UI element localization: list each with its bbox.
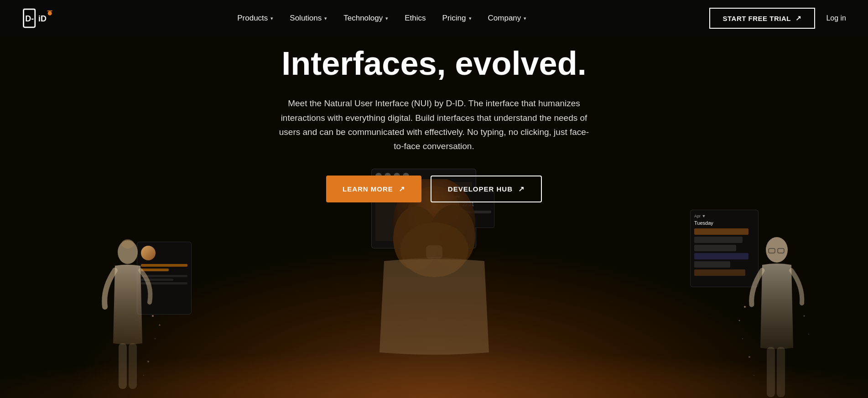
chevron-down-icon: ▾	[385, 16, 388, 21]
chevron-down-icon: ▾	[524, 16, 526, 21]
hero-section: Now Right 18:30 22:31 Apr ▼ Tuesday	[0, 0, 868, 398]
main-nav: D- iD Products ▾ Solutions ▾ Technology …	[0, 0, 868, 36]
hero-title: Interfaces, evolved.	[279, 46, 589, 82]
nav-item-technology[interactable]: Technology ▾	[343, 14, 388, 23]
hero-buttons: LEARN MORE ↗ DEVELOPER HUB ↗	[326, 176, 542, 202]
chevron-down-icon: ▾	[324, 16, 327, 21]
nav-label-company: Company	[488, 14, 521, 23]
nav-label-technology: Technology	[343, 14, 383, 23]
start-free-trial-button[interactable]: START FREE TRIAL ↗	[709, 8, 816, 29]
login-label: Log in	[826, 14, 846, 22]
svg-point-3	[48, 11, 52, 16]
nav-item-ethics[interactable]: Ethics	[405, 14, 426, 23]
nav-item-pricing[interactable]: Pricing ▾	[442, 14, 472, 23]
nav-label-products: Products	[237, 14, 268, 23]
nav-right: START FREE TRIAL ↗ Log in	[709, 8, 846, 29]
logo[interactable]: D- iD	[22, 5, 55, 31]
learn-more-label: LEARN MORE	[343, 185, 393, 193]
svg-text:D-: D-	[25, 14, 34, 23]
developer-hub-button[interactable]: DEVELOPER HUB ↗	[431, 176, 542, 202]
nav-label-solutions: Solutions	[290, 14, 322, 23]
trial-button-label: START FREE TRIAL	[723, 15, 791, 22]
chevron-down-icon: ▾	[469, 16, 472, 21]
nav-label-ethics: Ethics	[405, 14, 426, 23]
login-button[interactable]: Log in	[826, 14, 846, 22]
nav-item-solutions[interactable]: Solutions ▾	[290, 14, 327, 23]
chevron-down-icon: ▾	[270, 16, 273, 21]
arrow-icon: ↗	[399, 185, 405, 193]
hero-content: Interfaces, evolved. Meet the Natural Us…	[279, 46, 589, 176]
trial-arrow-icon: ↗	[795, 14, 802, 22]
learn-more-button[interactable]: LEARN MORE ↗	[326, 176, 421, 202]
svg-text:iD: iD	[38, 14, 47, 23]
nav-label-pricing: Pricing	[442, 14, 466, 23]
nav-links: Products ▾ Solutions ▾ Technology ▾ Ethi…	[237, 14, 526, 23]
hero-subtitle: Meet the Natural User Interface (NUI) by…	[279, 96, 589, 153]
nav-item-products[interactable]: Products ▾	[237, 14, 273, 23]
nav-item-company[interactable]: Company ▾	[488, 14, 527, 23]
arrow-icon: ↗	[518, 185, 525, 193]
dev-hub-label: DEVELOPER HUB	[448, 185, 513, 193]
